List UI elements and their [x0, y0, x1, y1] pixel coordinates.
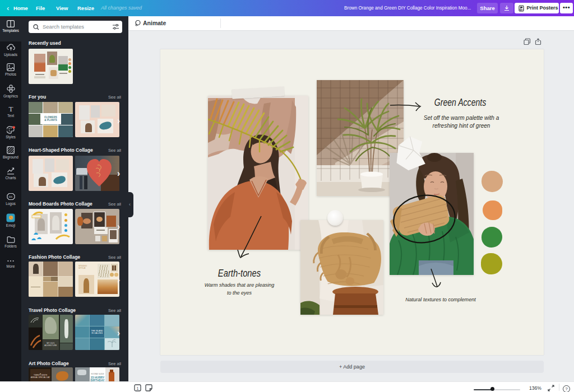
svg-text:T: T [8, 105, 13, 113]
svg-text:co.: co. [8, 195, 13, 198]
svg-text:1: 1 [137, 386, 139, 390]
